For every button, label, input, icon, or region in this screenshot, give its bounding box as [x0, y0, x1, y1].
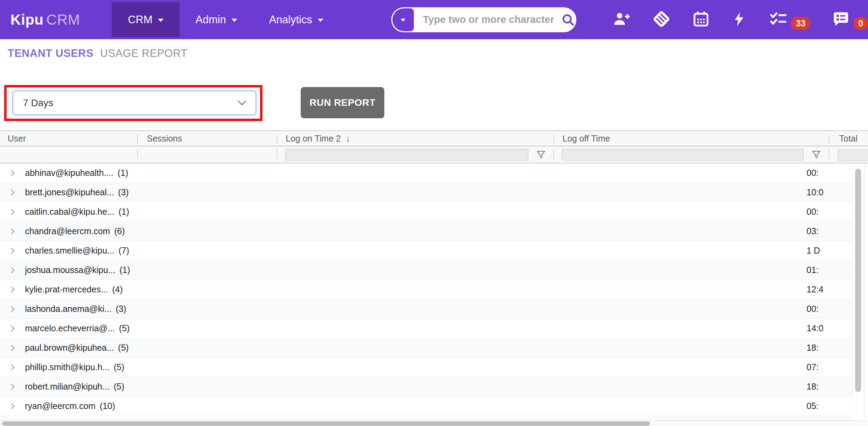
- total-time-value: 10:0: [804, 187, 843, 197]
- highlight-red-box: 7 Days: [4, 85, 262, 121]
- filter-funnel-icon[interactable]: [528, 150, 553, 160]
- total-time-value: 03:: [804, 226, 843, 236]
- app-screen: KipuCRM CRM Admin Analytics: [0, 0, 868, 426]
- horizontal-scrollbar-track[interactable]: [0, 420, 868, 426]
- filter-cell-total: [829, 146, 868, 163]
- user-email: paul.brown@kipuhea...: [25, 343, 114, 353]
- total-time-value: 12:4: [804, 284, 843, 295]
- row-expand-chevron-icon[interactable]: [0, 169, 25, 177]
- table-row[interactable]: lashonda.anema@ki... (3) 00:: [0, 299, 868, 319]
- filter-cell-sessions: [137, 146, 277, 163]
- user-email: charles.smellie@kipu...: [25, 246, 114, 256]
- chevron-down-icon: [232, 19, 237, 22]
- column-header-logon-label: Log on Time 2: [286, 134, 341, 144]
- page-title-primary: TENANT USERS: [8, 47, 93, 59]
- total-filter-input[interactable]: [838, 149, 868, 161]
- total-time-value: 00:: [804, 168, 843, 178]
- table-row[interactable]: marcelo.echeverria@... (5) 14:0: [0, 319, 868, 338]
- column-header-sessions-label: Sessions: [147, 134, 182, 144]
- filter-funnel-icon[interactable]: [804, 150, 829, 160]
- top-nav-bar: KipuCRM CRM Admin Analytics: [0, 0, 868, 39]
- user-email: robert.milian@kipuh...: [25, 382, 110, 392]
- page-title: TENANT USERS USAGE REPORT: [8, 47, 187, 60]
- tasks-button[interactable]: 33: [769, 10, 810, 30]
- user-email: abhinav@kipuhealth....: [25, 168, 114, 178]
- column-header-logoff-label: Log off Time: [562, 134, 610, 144]
- app-logo[interactable]: KipuCRM: [10, 11, 80, 28]
- chevron-down-icon: [401, 19, 406, 22]
- nav-menu-crm[interactable]: CRM: [112, 2, 180, 37]
- table-row[interactable]: charles.smellie@kipu... (7) 1 D: [0, 241, 868, 261]
- table-row[interactable]: brett.jones@kipuheal... (3) 10:0: [0, 183, 868, 202]
- session-count: (5): [118, 343, 129, 353]
- row-expand-chevron-icon[interactable]: [0, 383, 25, 391]
- add-contact-button[interactable]: [612, 10, 631, 29]
- nav-menu-admin[interactable]: Admin: [180, 2, 253, 37]
- column-header-user[interactable]: User: [0, 131, 137, 146]
- handshake-icon: [652, 10, 671, 30]
- row-expand-chevron-icon[interactable]: [0, 286, 25, 293]
- total-time-value: 00:: [804, 207, 843, 217]
- vertical-scrollbar-track[interactable]: [852, 163, 868, 420]
- period-select[interactable]: 7 Days: [12, 91, 256, 115]
- row-expand-chevron-icon[interactable]: [0, 364, 25, 371]
- nav-menu-crm-label: CRM: [128, 14, 152, 26]
- total-time-value: 07:: [804, 362, 843, 372]
- nav-menu-analytics[interactable]: Analytics: [253, 2, 339, 37]
- chevron-down-icon: [237, 100, 247, 106]
- table-row[interactable]: phillip.smith@kipu.h... (5) 07:: [0, 358, 868, 377]
- row-expand-chevron-icon[interactable]: [0, 247, 25, 255]
- chevron-down-icon: [318, 19, 323, 22]
- row-expand-chevron-icon[interactable]: [0, 305, 25, 313]
- table-row[interactable]: abhinav@kipuhealth.... (1) 00:: [0, 163, 868, 183]
- session-count: (5): [114, 382, 125, 392]
- search-scope-dropdown[interactable]: [392, 8, 414, 31]
- table-row[interactable]: chandra@leercm.com (6) 03:: [0, 222, 868, 241]
- session-count: (3): [118, 187, 129, 197]
- table-row[interactable]: caitlin.cabal@kipu.he... (1) 00:: [0, 202, 868, 222]
- user-email: phillip.smith@kipu.h...: [25, 362, 110, 372]
- session-count: (6): [114, 226, 125, 236]
- search-icon[interactable]: [561, 12, 575, 27]
- column-header-logon[interactable]: Log on Time 2 ↓: [277, 131, 553, 146]
- search-input[interactable]: [414, 14, 561, 25]
- row-expand-chevron-icon[interactable]: [0, 208, 25, 216]
- table-row[interactable]: robert.milian@kipuh... (5) 18:: [0, 377, 868, 397]
- messages-button[interactable]: 0: [832, 10, 868, 29]
- table-body: abhinav@kipuhealth.... (1) 00: brett.jon…: [0, 163, 868, 416]
- row-expand-chevron-icon[interactable]: [0, 189, 25, 196]
- table-row[interactable]: kylie.prat-mercedes... (4) 12:4: [0, 280, 868, 299]
- table-row[interactable]: ryan@leercm.com (10) 05:: [0, 397, 868, 416]
- total-time-value: 18:: [804, 382, 843, 392]
- session-count: (1): [118, 207, 129, 217]
- session-count: (10): [100, 401, 115, 411]
- total-time-value: 05:: [804, 401, 843, 411]
- session-count: (1): [118, 168, 128, 178]
- row-expand-chevron-icon[interactable]: [0, 344, 25, 352]
- vertical-scrollbar-thumb[interactable]: [855, 169, 861, 392]
- column-header-logoff[interactable]: Log off Time: [553, 131, 829, 146]
- quick-actions-button[interactable]: [731, 11, 747, 28]
- column-header-total[interactable]: Total: [829, 131, 868, 146]
- page-title-secondary: USAGE REPORT: [100, 47, 187, 59]
- row-expand-chevron-icon[interactable]: [0, 266, 25, 274]
- row-expand-chevron-icon[interactable]: [0, 228, 25, 235]
- tasks-icon: [769, 10, 787, 30]
- run-report-button[interactable]: RUN REPORT: [301, 87, 384, 118]
- filter-cell-logon: [277, 146, 553, 163]
- logoff-filter-input[interactable]: [562, 149, 804, 161]
- logon-filter-input[interactable]: [285, 149, 528, 161]
- row-expand-chevron-icon[interactable]: [0, 325, 25, 332]
- column-header-sessions[interactable]: Sessions: [137, 131, 277, 146]
- total-time-value: 18:: [804, 343, 843, 353]
- table-row[interactable]: joshua.moussa@kipu... (1) 01:: [0, 261, 868, 280]
- total-time-value: 1 D: [804, 246, 843, 256]
- row-expand-chevron-icon[interactable]: [0, 402, 25, 410]
- tasks-count-badge: 33: [791, 17, 810, 30]
- calendar-button[interactable]: [692, 10, 710, 29]
- table-row[interactable]: paul.brown@kipuhea... (5) 18:: [0, 338, 868, 358]
- period-select-value: 7 Days: [23, 97, 53, 109]
- filter-cell-logoff: [553, 146, 829, 163]
- deals-button[interactable]: [652, 10, 671, 30]
- horizontal-scrollbar-thumb[interactable]: [2, 421, 650, 426]
